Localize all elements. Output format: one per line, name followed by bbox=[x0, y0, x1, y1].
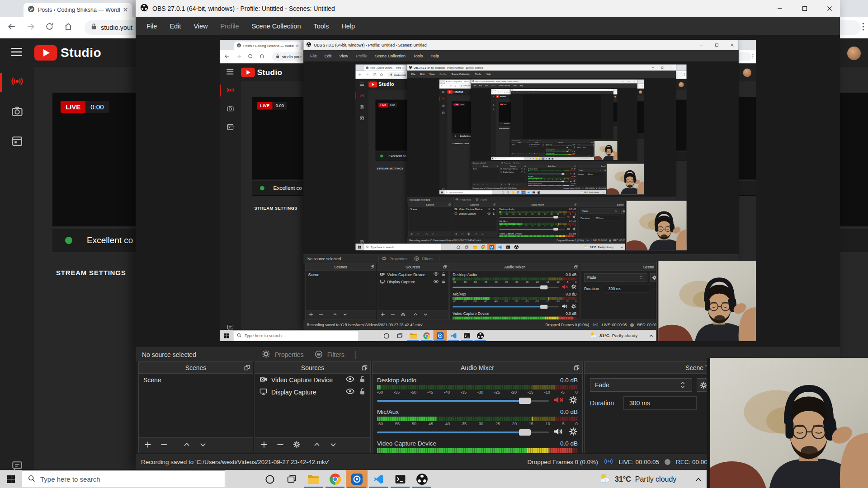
rail-item-webcam[interactable] bbox=[491, 103, 496, 108]
tray-chevron-icon[interactable] bbox=[603, 190, 604, 194]
eye-icon[interactable] bbox=[434, 280, 439, 285]
move-up-icon[interactable] bbox=[513, 183, 515, 186]
browser-tab[interactable]: Posts ‹ Coding Shiksha — WordP bbox=[234, 42, 301, 50]
select-spinner[interactable] bbox=[590, 145, 591, 145]
home-icon[interactable] bbox=[500, 92, 502, 94]
popout-icon[interactable] bbox=[362, 365, 368, 372]
back-icon[interactable] bbox=[441, 84, 443, 87]
home-icon[interactable] bbox=[380, 73, 383, 77]
menu-item[interactable]: Help bbox=[518, 85, 524, 87]
cortana-button[interactable] bbox=[454, 244, 462, 251]
taskbar-search[interactable] bbox=[444, 190, 492, 194]
lock-open-icon[interactable] bbox=[524, 168, 526, 170]
menu-item[interactable]: File bbox=[511, 92, 514, 93]
screen-recorder-icon[interactable] bbox=[346, 470, 368, 488]
home-icon[interactable] bbox=[259, 53, 264, 60]
account-avatar[interactable] bbox=[743, 69, 752, 77]
volume-slider[interactable] bbox=[453, 306, 559, 307]
move-up-icon[interactable] bbox=[518, 153, 519, 155]
transition-select[interactable]: Fade bbox=[584, 273, 647, 282]
menu-item[interactable]: View bbox=[335, 54, 352, 58]
menu-item[interactable]: File bbox=[140, 23, 163, 30]
file-explorer-icon[interactable] bbox=[302, 470, 324, 488]
select-spinner[interactable] bbox=[678, 382, 687, 388]
volume-slider[interactable] bbox=[499, 217, 565, 218]
scene-list-item[interactable]: Scene bbox=[139, 374, 253, 386]
sources-dock-header[interactable]: Sources bbox=[377, 263, 448, 271]
tab-close-icon[interactable] bbox=[468, 81, 470, 83]
close-icon[interactable] bbox=[632, 80, 637, 84]
taskbar-search[interactable] bbox=[364, 244, 442, 251]
tray-chevron-icon[interactable] bbox=[695, 470, 702, 488]
filters-icon[interactable] bbox=[315, 350, 323, 360]
eye-icon[interactable] bbox=[434, 272, 439, 277]
speaker-icon[interactable] bbox=[571, 151, 573, 152]
reload-icon[interactable] bbox=[248, 53, 253, 60]
menu-item[interactable]: Edit bbox=[478, 85, 483, 87]
hamburger-menu-icon[interactable] bbox=[359, 82, 364, 86]
cortana-button[interactable] bbox=[529, 157, 532, 160]
browser-menu-icon[interactable] bbox=[642, 84, 643, 87]
source-list-item[interactable]: Display Capture bbox=[453, 211, 496, 216]
source-properties-gear-icon[interactable] bbox=[467, 232, 470, 236]
scenes-dock-header[interactable]: Scenes bbox=[408, 202, 452, 207]
lock-open-icon[interactable] bbox=[543, 144, 544, 145]
rail-item-livestream[interactable] bbox=[0, 67, 34, 97]
menu-item[interactable]: View bbox=[519, 92, 523, 93]
menu-item[interactable]: File bbox=[306, 54, 321, 58]
obs-titlebar[interactable]: OBS 27.0.1 (64-bit, windows) - Profile: … bbox=[407, 64, 676, 70]
start-button[interactable] bbox=[220, 330, 233, 341]
remove-icon[interactable] bbox=[391, 312, 395, 318]
move-down-icon[interactable] bbox=[330, 441, 337, 450]
volume-slider-handle[interactable] bbox=[519, 398, 531, 404]
start-button[interactable] bbox=[355, 244, 363, 251]
lock-open-icon[interactable] bbox=[441, 279, 445, 285]
source-list-item[interactable]: Video Capture Device bbox=[377, 271, 448, 278]
move-up-icon[interactable] bbox=[413, 312, 418, 318]
volume-slider[interactable] bbox=[546, 152, 571, 152]
transition-select[interactable]: Fade bbox=[578, 169, 602, 172]
cortana-button[interactable] bbox=[380, 330, 393, 341]
task-view-button[interactable] bbox=[462, 244, 471, 251]
eye-icon[interactable] bbox=[521, 171, 523, 173]
volume-slider[interactable] bbox=[499, 229, 565, 230]
forward-icon[interactable] bbox=[26, 22, 35, 33]
menu-item[interactable]: Tools bbox=[536, 92, 540, 93]
reload-icon[interactable] bbox=[373, 73, 376, 77]
task-view-button[interactable] bbox=[393, 330, 407, 341]
duration-spinbox[interactable]: 300 ms bbox=[605, 285, 650, 293]
vscode-icon[interactable] bbox=[368, 470, 389, 488]
tab-close-icon[interactable] bbox=[123, 6, 128, 14]
file-explorer-icon[interactable] bbox=[471, 244, 479, 251]
rail-item-webcam[interactable] bbox=[220, 100, 241, 118]
browser-tab[interactable]: Posts ‹ Coding Shiksha — WordP bbox=[364, 66, 406, 71]
duration-spinbox[interactable]: 300 ms bbox=[593, 216, 621, 221]
popout-icon[interactable] bbox=[497, 165, 498, 167]
menu-item[interactable]: Help bbox=[483, 73, 493, 75]
volume-slider[interactable] bbox=[528, 181, 569, 182]
close-icon[interactable] bbox=[819, 0, 840, 17]
eye-icon[interactable] bbox=[487, 212, 491, 215]
obs-preview-area[interactable]: Posts ‹ Coding Shiksha — WordP bbox=[136, 35, 840, 347]
mute-icon[interactable] bbox=[571, 146, 573, 148]
eye-icon[interactable] bbox=[521, 168, 523, 170]
add-icon[interactable] bbox=[512, 153, 513, 155]
menu-item[interactable]: Edit bbox=[163, 23, 187, 30]
add-icon[interactable] bbox=[144, 441, 151, 450]
hamburger-menu-icon[interactable] bbox=[226, 69, 234, 76]
search-input[interactable] bbox=[371, 246, 439, 249]
volume-slider[interactable] bbox=[546, 147, 571, 148]
taskbar-weather[interactable]: 31°C Partly cloudy bbox=[578, 157, 590, 160]
reload-icon[interactable] bbox=[498, 92, 499, 94]
maximize-icon[interactable] bbox=[659, 64, 667, 70]
mute-icon[interactable] bbox=[566, 215, 571, 219]
account-avatar[interactable] bbox=[614, 96, 616, 98]
volume-slider-handle[interactable] bbox=[553, 228, 558, 230]
source-properties-gear-icon[interactable] bbox=[401, 312, 406, 318]
properties-label[interactable]: Properties bbox=[460, 198, 471, 201]
lock-open-icon[interactable] bbox=[492, 207, 495, 211]
menu-item[interactable]: Tools bbox=[410, 54, 427, 58]
menu-item[interactable]: Help bbox=[540, 92, 543, 93]
home-icon[interactable] bbox=[454, 84, 457, 87]
search-input[interactable] bbox=[449, 192, 491, 193]
